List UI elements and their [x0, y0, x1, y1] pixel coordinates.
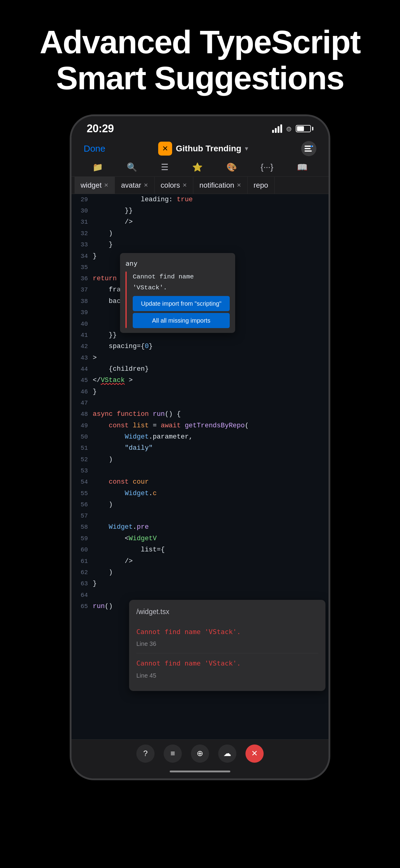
- code-icon[interactable]: {···}: [261, 162, 273, 172]
- bottom-toolbar: ? ≡ ⊕ ☁ ✕: [72, 739, 328, 768]
- code-line-30: 30 }}: [72, 205, 328, 216]
- tooltip-error-text: Cannot find name 'VStack'.: [133, 272, 230, 293]
- update-import-button[interactable]: Update import from "scripting": [133, 296, 230, 311]
- cloud-button[interactable]: ☁: [218, 745, 236, 763]
- tooltip-error-row: Cannot find name 'VStack'. Update import…: [125, 272, 230, 328]
- code-line-57: 57: [72, 510, 328, 522]
- error-item-1: Cannot find name 'VStack'. Line 36: [136, 622, 318, 653]
- signal-icon: [272, 124, 282, 133]
- code-line-47: 47: [72, 397, 328, 409]
- tab-notification[interactable]: notification ✕: [193, 177, 248, 194]
- code-line-60: 60 list={: [72, 544, 328, 555]
- code-line-64: 64: [72, 590, 328, 601]
- code-line-51: 51 "daily": [72, 442, 328, 454]
- code-line-49: 49 const list = await getTrendsByRepo(: [72, 420, 328, 431]
- headline-line2: Smart Suggestions: [56, 60, 344, 96]
- tab-close-notification[interactable]: ✕: [237, 182, 241, 189]
- search-bottom-button[interactable]: ⊕: [191, 745, 209, 763]
- status-icons: ⌾: [272, 124, 313, 133]
- nav-title-text: Github Trending: [176, 144, 241, 153]
- tab-bar: widget ✕ avatar ✕ colors ✕ notification …: [72, 177, 328, 194]
- tab-close-widget[interactable]: ✕: [104, 182, 109, 189]
- tab-avatar[interactable]: avatar ✕: [115, 177, 154, 194]
- folder-icon[interactable]: 📁: [92, 162, 103, 172]
- palette-icon[interactable]: 🎨: [226, 162, 237, 172]
- headline: Advanced TypeScript Smart Suggestions: [22, 0, 378, 115]
- code-line-55: 55 Widget.c: [72, 488, 328, 499]
- error-panel: /widget.tsx Cannot find name 'VStack'. L…: [129, 600, 325, 691]
- code-line-63: 63 }: [72, 578, 328, 589]
- status-bar: 20:29 ⌾: [72, 116, 328, 138]
- all-missing-imports-button[interactable]: All all missing imports: [133, 313, 230, 328]
- code-line-53: 53: [72, 465, 328, 476]
- toolbar: 📁 🔍 ☰ ⭐ 🎨 {···} 📖: [72, 159, 328, 177]
- code-line-56: 56 ): [72, 499, 328, 510]
- error-panel-title: /widget.tsx: [136, 606, 318, 618]
- help-button[interactable]: ?: [136, 745, 154, 763]
- menu-icon[interactable]: ☰: [161, 162, 169, 172]
- status-time: 20:29: [87, 122, 114, 135]
- headline-line1: Advanced TypeScript: [40, 24, 360, 60]
- home-bar: [170, 771, 230, 772]
- tab-colors[interactable]: colors ✕: [154, 177, 193, 194]
- code-line-29: 29 leading: true: [72, 194, 328, 205]
- code-line-43: 43 >: [72, 352, 328, 364]
- error-item-1-msg: Cannot find name 'VStack'.: [136, 626, 318, 638]
- error-item-1-loc: Line 36: [136, 639, 318, 649]
- nav-done-button[interactable]: Done: [84, 144, 106, 154]
- code-line-42: 42 spacing={0}: [72, 341, 328, 352]
- tab-repo[interactable]: repo: [248, 177, 275, 194]
- nav-title: ✕ Github Trending ▾: [158, 142, 248, 156]
- code-line-54: 54 const cour: [72, 476, 328, 488]
- code-line-45: 45 </VStack >: [72, 375, 328, 386]
- close-bottom-button[interactable]: ✕: [246, 745, 264, 763]
- star-icon[interactable]: ⭐: [192, 162, 203, 172]
- tooltip-error-bar: [125, 272, 127, 328]
- wifi-icon: ⌾: [286, 124, 291, 133]
- app-icon: ✕: [158, 142, 172, 156]
- svg-rect-1: [305, 148, 311, 149]
- code-line-59: 59 <WidgetV: [72, 533, 328, 544]
- code-line-50: 50 Widget.parameter,: [72, 431, 328, 442]
- code-editor[interactable]: 29 leading: true 30 }} 31 /> 32 ): [72, 194, 328, 739]
- phone-frame: 20:29 ⌾ Done ✕ Github Trending ▾: [70, 115, 330, 780]
- error-item-2: Cannot find name 'VStack'. Line 45: [136, 653, 318, 685]
- code-line-58: 58 Widget.pre: [72, 522, 328, 533]
- code-line-33: 33 }: [72, 239, 328, 250]
- search-icon[interactable]: 🔍: [127, 162, 137, 172]
- tab-close-avatar[interactable]: ✕: [144, 182, 148, 189]
- nav-bar: Done ✕ Github Trending ▾: [72, 138, 328, 159]
- svg-point-3: [311, 146, 312, 147]
- error-item-2-msg: Cannot find name 'VStack'.: [136, 658, 318, 669]
- chevron-down-icon: ▾: [245, 145, 248, 153]
- code-line-48: 48 async function run() {: [72, 409, 328, 420]
- code-line-52: 52 ): [72, 454, 328, 465]
- tooltip-popup: any Cannot find name 'VStack'. Update im…: [120, 253, 235, 333]
- tooltip-any-text: any: [125, 258, 230, 269]
- book-icon[interactable]: 📖: [297, 162, 308, 172]
- code-line-31: 31 />: [72, 216, 328, 227]
- tab-close-colors[interactable]: ✕: [182, 182, 187, 189]
- tab-widget[interactable]: widget ✕: [75, 177, 115, 194]
- list-button[interactable]: ≡: [164, 745, 182, 763]
- page-background: Advanced TypeScript Smart Suggestions 20…: [0, 0, 400, 868]
- nav-right-button[interactable]: [301, 141, 316, 156]
- code-line-62: 62 ): [72, 567, 328, 578]
- code-line-46: 46 }: [72, 386, 328, 397]
- code-line-44: 44 {children}: [72, 364, 328, 375]
- error-item-2-loc: Line 45: [136, 670, 318, 681]
- home-indicator: [72, 768, 328, 778]
- battery-icon: [296, 125, 313, 132]
- svg-rect-2: [305, 150, 312, 152]
- code-line-61: 61 />: [72, 556, 328, 567]
- code-line-32: 32 ): [72, 228, 328, 239]
